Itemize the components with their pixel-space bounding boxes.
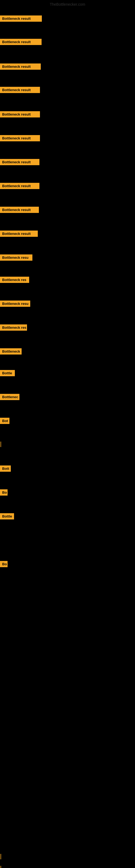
- site-title: TheBottlenecker.com: [0, 2, 135, 6]
- bottleneck-badge-11: Bottleneck resu: [0, 254, 32, 261]
- bottleneck-badge-8: Bottleneck result: [0, 183, 39, 189]
- bottleneck-badge-15: Bottleneck: [0, 348, 21, 354]
- vertical-line-3: [1, 866, 1, 868]
- bottleneck-badge-10: Bottleneck result: [0, 230, 38, 237]
- bottleneck-badge-18: Bot: [0, 418, 9, 424]
- bottleneck-badge-17: Bottlenec: [0, 394, 19, 400]
- bottleneck-badge-3: Bottleneck result: [0, 63, 41, 70]
- bottleneck-badge-5: Bottleneck result: [0, 111, 40, 118]
- vertical-line-1: [1, 442, 1, 447]
- bottleneck-badge-16: Bottle: [0, 370, 15, 376]
- bottleneck-badge-14: Bottleneck res: [0, 324, 27, 331]
- bottleneck-badge-4: Bottleneck result: [0, 87, 40, 93]
- bottleneck-badge-19: Bott: [0, 465, 11, 472]
- vertical-line-2: [1, 854, 1, 859]
- bottleneck-badge-9: Bottleneck result: [0, 207, 39, 213]
- bottleneck-badge-13: Bottleneck resu: [0, 301, 30, 307]
- bottleneck-badge-12: Bottleneck res: [0, 277, 29, 283]
- bottleneck-badge-6: Bottleneck result: [0, 135, 40, 141]
- bottleneck-badge-2: Bottleneck result: [0, 39, 42, 45]
- bottleneck-badge-7: Bottleneck result: [0, 159, 39, 165]
- bottleneck-badge-1: Bottleneck result: [0, 16, 42, 22]
- bottleneck-badge-20: Bo: [0, 489, 8, 496]
- bottleneck-badge-22: Bo: [0, 561, 8, 567]
- bottleneck-badge-21: Bottle: [0, 513, 14, 520]
